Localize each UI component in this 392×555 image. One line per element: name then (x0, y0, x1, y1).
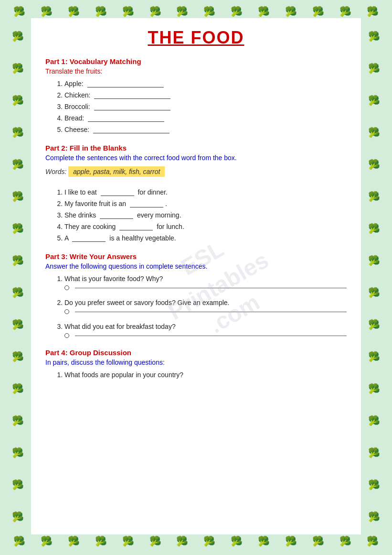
words-box: apple, pasta, milk, fish, carrot (68, 166, 165, 177)
item-label: Apple: (64, 80, 85, 87)
border-icon: 🥦 (312, 7, 324, 16)
list-item: Apple: (64, 80, 347, 87)
border-icon: 🥦 (149, 536, 161, 546)
list-item: What foods are popular in your country? (64, 371, 347, 379)
left-border-icon: 🥦 (12, 352, 24, 361)
part3-subtitle: Answer the following questions in comple… (45, 262, 347, 270)
border-top: 🥦 🥦 🥦 🥦 🥦 🥦 🥦 🥦 🥦 🥦 🥦 🥦 🥦 🥦 (5, 5, 387, 18)
blank-line (93, 133, 170, 133)
bullet-circle (64, 285, 69, 290)
left-border-icon: 🥦 (12, 160, 24, 169)
border-icon: 🥦 (95, 7, 107, 16)
left-border: 🥦 🥦 🥦 🥦 🥦 🥦 🥦 🥦 🥦 🥦 🥦 🥦 🥦 🥦 🥦 🥦 (5, 18, 31, 534)
border-bottom: 🥦 🥦 🥦 🥦 🥦 🥦 🥦 🥦 🥦 🥦 🥦 🥦 🥦 🥦 (5, 534, 387, 548)
list-item: She drinks every morning. (64, 211, 347, 219)
answer-list: What is your favorite food? Why? Do you … (45, 275, 347, 338)
page-wrapper: 🥦 🥦 🥦 🥦 🥦 🥦 🥦 🥦 🥦 🥦 🥦 🥦 🥦 🥦 🥦 🥦 🥦 🥦 🥦 🥦 … (5, 5, 387, 555)
part4-subtitle-blue: questions: (134, 359, 165, 366)
border-icon: 🥦 (258, 536, 270, 546)
right-border-icon: 🥦 (368, 64, 380, 73)
list-item: Cheese: (64, 126, 347, 133)
right-border-icon: 🥦 (368, 320, 380, 329)
list-item: My favorite fruit is an . (64, 200, 347, 207)
left-border-icon: 🥦 (12, 224, 24, 233)
border-icon: 🥦 (367, 7, 379, 16)
answer-line-row (64, 285, 347, 290)
part4-subtitle: In pairs, discuss the following question… (45, 359, 347, 366)
item-label: Broccoli: (64, 103, 92, 110)
blank-short (119, 230, 153, 230)
border-icon: 🥦 (41, 7, 53, 16)
right-border-icon: 🥦 (368, 192, 380, 201)
right-border-icon: 🥦 (368, 480, 380, 490)
item-label: Cheese: (64, 126, 91, 133)
list-item: Broccoli: (64, 103, 347, 110)
border-icon: 🥦 (95, 536, 107, 546)
left-border-icon: 🥦 (12, 288, 24, 297)
left-border-icon: 🥦 (12, 192, 24, 201)
right-border-icon: 🥦 (368, 288, 380, 297)
right-border-icon: 🥦 (368, 384, 380, 393)
bullet-circle (64, 333, 69, 338)
blank-short (100, 218, 133, 219)
border-icon: 🥦 (149, 7, 161, 16)
left-border-icon: 🥦 (12, 64, 24, 73)
right-border-icon: 🥦 (368, 96, 380, 105)
border-icon: 🥦 (122, 536, 134, 546)
answer-underline (75, 312, 347, 312)
border-icon: 🥦 (176, 536, 188, 546)
list-item: Do you prefer sweet or savory foods? Giv… (64, 299, 347, 314)
part4-subtitle-black: In pairs, discuss the following (45, 359, 132, 366)
blank-short (72, 241, 106, 242)
border-icon: 🥦 (231, 7, 243, 16)
border-icon: 🥦 (285, 7, 297, 16)
part3-title: Part 3: Write Your Answers (45, 252, 347, 261)
border-icon: 🥦 (13, 7, 25, 16)
group-list: What foods are popular in your country? (45, 371, 347, 379)
border-icon: 🥦 (68, 7, 80, 16)
question-text: What did you eat for breakfast today? (64, 323, 176, 330)
list-item: I like to eat for dinner. (64, 188, 347, 196)
list-item: Bread: (64, 114, 347, 122)
left-border-icon: 🥦 (12, 32, 24, 41)
answer-underline (75, 288, 347, 288)
bullet-circle (64, 309, 69, 314)
vocab-list: Apple: Chicken: Broccoli: Bread: Cheese: (45, 80, 347, 133)
list-item: They are cooking for lunch. (64, 223, 347, 230)
list-item: A is a healthy vegetable. (64, 234, 347, 242)
words-label-text: Words: (45, 168, 66, 175)
border-icon: 🥦 (285, 536, 297, 546)
border-icon: 🥦 (176, 7, 188, 16)
left-border-icon: 🥦 (12, 384, 24, 393)
content-area: ESLPrintables.com THE FOOD Part 1: Vocab… (31, 18, 361, 534)
right-border-icon: 🥦 (368, 256, 380, 265)
right-border-icon: 🥦 (368, 224, 380, 233)
part4-title: Part 4: Group Discussion (45, 348, 347, 357)
border-icon: 🥦 (203, 536, 215, 546)
page-title: THE FOOD (45, 28, 347, 48)
item-label: Chicken: (64, 91, 92, 99)
right-border-icon: 🥦 (368, 448, 380, 457)
question-text: Do you prefer sweet or savory foods? Giv… (64, 299, 230, 306)
right-border-icon: 🥦 (368, 160, 380, 169)
border-icon: 🥦 (231, 536, 243, 546)
border-icon: 🥦 (122, 7, 134, 16)
part1-title: Part 1: Vocabulary Matching (45, 57, 347, 65)
part4-section: Part 4: Group Discussion In pairs, discu… (45, 348, 347, 379)
left-border-icon: 🥦 (12, 448, 24, 457)
border-icon: 🥦 (367, 536, 379, 546)
border-icon: 🥦 (339, 536, 351, 546)
border-icon: 🥦 (13, 536, 25, 546)
border-icon: 🥦 (68, 536, 80, 546)
question-text: What foods are popular in your country? (64, 371, 183, 379)
part3-subtitle-blue: in complete sentences. (139, 262, 207, 270)
list-item: What did you eat for breakfast today? (64, 323, 347, 338)
part3-subtitle-black: Answer the following questions (45, 262, 137, 270)
words-label: Words: apple, pasta, milk, fish, carrot (45, 166, 347, 183)
part3-section: Part 3: Write Your Answers Answer the fo… (45, 252, 347, 338)
part2-section: Part 2: Fill in the Blanks Complete the … (45, 144, 347, 242)
border-icon: 🥦 (203, 7, 215, 16)
border-icon: 🥦 (41, 536, 53, 546)
part2-subtitle: Complete the sentences with the correct … (45, 154, 347, 162)
answer-line-row (64, 309, 347, 314)
